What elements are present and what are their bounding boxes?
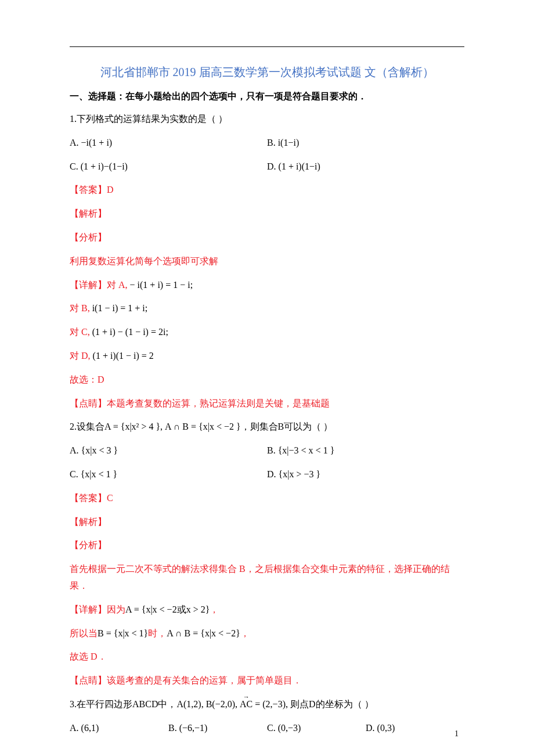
q2-options-row2: C. {x|x < 1 } D. {x|x > −3 } bbox=[70, 466, 464, 483]
q1-options-row1: A. −i(1 + i) B. i(1−i) bbox=[70, 135, 464, 152]
document-title: 河北省邯郸市 2019 届高三数学第一次模拟考试试题 文（含解析） bbox=[70, 64, 464, 80]
q3-option-a: A. (6,1) bbox=[70, 720, 168, 737]
q2-xiangjie-2: 所以当B = {x|x < 1}时，A ∩ B = {x|x < −2}， bbox=[70, 625, 464, 642]
dianjing-text: 本题考查复数的运算，熟记运算法则是关键，是基础题 bbox=[107, 398, 330, 408]
option-math: −i(1 + i) bbox=[81, 138, 113, 147]
stem-math: A = {x|x² > 4 } bbox=[104, 422, 160, 431]
option-math: (0,−3) bbox=[278, 723, 301, 733]
q3-options-row: A. (6,1) B. (−6,−1) C. (0,−3) D. (0,3) bbox=[70, 720, 464, 737]
xiangjie-math: (1 + i)(1 − i) = 2 bbox=[93, 351, 154, 361]
q1-xiangjie-d: 对 D, (1 + i)(1 − i) = 2 bbox=[70, 348, 464, 365]
q1-xiangjie-b: 对 B, i(1 − i) = 1 + i; bbox=[70, 300, 464, 317]
option-math: (0,3) bbox=[377, 723, 395, 733]
xiangjie-post: ， bbox=[240, 628, 250, 638]
q2-guxuan: 故选 D． bbox=[70, 649, 464, 665]
xiangjie-pre: 对 B, bbox=[70, 303, 92, 313]
option-label: A. bbox=[70, 723, 81, 733]
xiangjie-math: B = {x|x < 1} bbox=[98, 628, 148, 638]
answer-label: 【答案】 bbox=[70, 185, 107, 195]
xiangjie-label: 【详解】 bbox=[70, 604, 107, 614]
option-math: i(1−i) bbox=[278, 138, 300, 147]
q1-answer: 【答案】D bbox=[70, 182, 464, 199]
q1-xiangjie-a: 【详解】对 A, − i(1 + i) = 1 − i; bbox=[70, 277, 464, 294]
xiangjie-pre: 对 C, bbox=[70, 327, 92, 337]
option-math: (6,1) bbox=[81, 723, 99, 733]
q1-option-c: C. (1 + i)−(1−i) bbox=[70, 159, 267, 175]
option-math: (1 + i)(1−i) bbox=[279, 161, 320, 171]
xiangjie-math: A ∩ B = {x|x < −2} bbox=[167, 628, 240, 638]
stem-math: = (2,−3), bbox=[252, 699, 290, 709]
stem-math: A(1,2), B(−2,0), bbox=[176, 699, 240, 709]
option-label: B. bbox=[267, 445, 278, 455]
q1-xiangjie-c: 对 C, (1 + i) − (1 − i) = 2i; bbox=[70, 324, 464, 341]
q1-option-a: A. −i(1 + i) bbox=[70, 135, 267, 152]
q2-fenxi-text: 首先根据一元二次不等式的解法求得集合 B，之后根据集合交集中元素的特征，选择正确… bbox=[70, 561, 464, 595]
option-math: {x|−3 < x < 1 } bbox=[278, 445, 335, 455]
option-math: (−6,−1) bbox=[179, 723, 208, 733]
xiangjie-pre: 对 A, bbox=[107, 280, 130, 290]
xiangjie-pre: 所以当 bbox=[70, 628, 98, 638]
option-label: C. bbox=[267, 723, 278, 733]
q1-option-b: B. i(1−i) bbox=[267, 135, 464, 152]
section-heading: 一、选择题：在每小题给出的四个选项中，只有一项是符合题目要求的． bbox=[70, 91, 464, 103]
option-label: D. bbox=[267, 469, 279, 479]
option-math: (1 + i)−(1−i) bbox=[81, 161, 128, 171]
stem-mid: , bbox=[160, 422, 165, 431]
page-number: 1 bbox=[454, 729, 459, 739]
answer-value: D bbox=[107, 185, 114, 195]
stem-pre: 2.设集合 bbox=[70, 422, 104, 431]
xiangjie-pre: 对 D, bbox=[70, 351, 93, 361]
q2-option-d: D. {x|x > −3 } bbox=[267, 466, 464, 483]
option-label: D. bbox=[267, 161, 279, 171]
q2-option-c: C. {x|x < 1 } bbox=[70, 466, 267, 483]
stem-post: ，则集合B可以为（ ） bbox=[241, 422, 333, 431]
q2-xiangjie-1: 【详解】因为A = {x|x < −2或x > 2}， bbox=[70, 602, 464, 618]
xiangjie-math: − i(1 + i) = 1 − i; bbox=[130, 280, 193, 290]
q2-option-a: A. {x|x < 3 } bbox=[70, 442, 267, 459]
q2-options-row1: A. {x|x < 3 } B. {x|−3 < x < 1 } bbox=[70, 442, 464, 459]
q3-stem: 3.在平行四边形ABCD中，A(1,2), B(−2,0), AC = (2,−… bbox=[70, 696, 464, 713]
option-label: C. bbox=[70, 161, 81, 171]
answer-value: C bbox=[107, 493, 113, 503]
option-math: {x|x < 1 } bbox=[81, 469, 118, 479]
option-label: B. bbox=[168, 723, 179, 733]
q1-guxuan: 故选：D bbox=[70, 372, 464, 388]
xiangjie-post: ， bbox=[210, 604, 219, 614]
dianjing-label: 【点睛】 bbox=[70, 675, 107, 685]
header-divider bbox=[70, 46, 464, 47]
stem-pre: 3.在平行四边形ABCD中， bbox=[70, 699, 176, 709]
option-math: {x|x > −3 } bbox=[279, 469, 321, 479]
option-label: D. bbox=[366, 723, 377, 733]
option-math: {x|x < 3 } bbox=[81, 445, 118, 455]
q2-answer: 【答案】C bbox=[70, 490, 464, 507]
q1-dianjing: 【点睛】本题考查复数的运算，熟记运算法则是关键，是基础题 bbox=[70, 395, 464, 412]
stem-post: 则点D的坐标为（ ） bbox=[290, 699, 374, 709]
xiangjie-mid: 时， bbox=[148, 628, 167, 638]
xiangjie-math: A = {x|x < −2或x > 2} bbox=[125, 604, 210, 614]
dianjing-text: 该题考查的是有关集合的运算，属于简单题目． bbox=[107, 675, 302, 685]
answer-label: 【答案】 bbox=[70, 493, 107, 503]
q1-jiexi: 【解析】 bbox=[70, 206, 464, 222]
q2-option-b: B. {x|−3 < x < 1 } bbox=[267, 442, 464, 459]
vector-ac: AC bbox=[240, 696, 252, 713]
q3-option-d: D. (0,3) bbox=[366, 720, 464, 737]
q3-option-c: C. (0,−3) bbox=[267, 720, 366, 737]
option-label: A. bbox=[70, 138, 81, 147]
xiangjie-math: (1 + i) − (1 − i) = 2i; bbox=[92, 327, 168, 337]
xiangjie-math: i(1 − i) = 1 + i; bbox=[92, 303, 148, 313]
q1-option-d: D. (1 + i)(1−i) bbox=[267, 159, 464, 175]
q1-options-row2: C. (1 + i)−(1−i) D. (1 + i)(1−i) bbox=[70, 159, 464, 175]
q1-fenxi-text: 利用复数运算化简每个选项即可求解 bbox=[70, 253, 464, 270]
q1-stem: 1.下列格式的运算结果为实数的是（ ） bbox=[70, 111, 464, 128]
q2-fenxi-label: 【分析】 bbox=[70, 537, 464, 554]
xiangjie-label: 【详解】 bbox=[70, 280, 107, 290]
q2-stem: 2.设集合A = {x|x² > 4 }, A ∩ B = {x|x < −2 … bbox=[70, 419, 464, 435]
xiangjie-pre: 因为 bbox=[107, 604, 125, 614]
option-label: B. bbox=[267, 138, 278, 147]
q3-option-b: B. (−6,−1) bbox=[168, 720, 267, 737]
option-label: C. bbox=[70, 469, 81, 479]
dianjing-label: 【点睛】 bbox=[70, 398, 107, 408]
option-label: A. bbox=[70, 445, 81, 455]
q1-fenxi-label: 【分析】 bbox=[70, 229, 464, 246]
q2-dianjing: 【点睛】该题考查的是有关集合的运算，属于简单题目． bbox=[70, 672, 464, 689]
